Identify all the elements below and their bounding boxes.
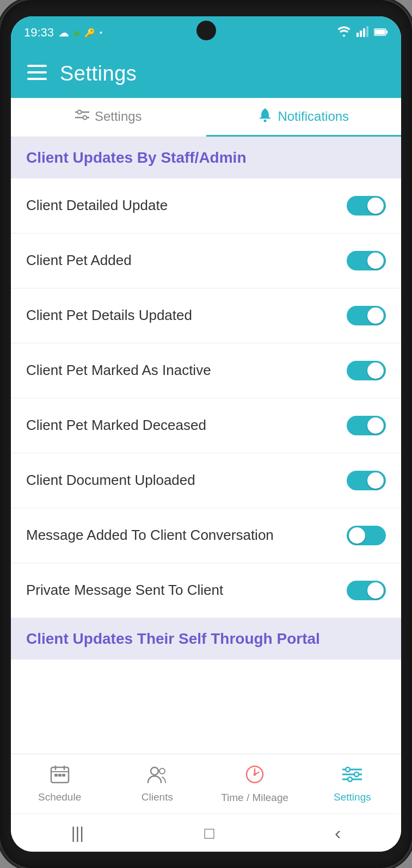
toggle-row-client-document-uploaded: Client Document Uploaded xyxy=(11,453,401,508)
section-title-portal: Client Updates Their Self Through Portal xyxy=(26,630,320,647)
status-right xyxy=(337,26,388,40)
camera-notch xyxy=(196,21,216,40)
svg-point-14 xyxy=(264,119,267,122)
svg-point-12 xyxy=(77,110,81,114)
svg-point-23 xyxy=(159,768,165,774)
svg-rect-1 xyxy=(360,30,362,37)
settings-nav-icon xyxy=(342,765,362,788)
svg-point-32 xyxy=(354,772,359,777)
phone-screen: 19:33 ☁ ◆ 🔑 • xyxy=(11,16,401,852)
toggle-label-client-detailed-update: Client Detailed Update xyxy=(26,196,347,215)
toggle-row-client-pet-marked-inactive: Client Pet Marked As Inactive xyxy=(11,343,401,398)
toggle-row-client-pet-marked-deceased: Client Pet Marked Deceased xyxy=(11,398,401,453)
phone-frame: 19:33 ☁ ◆ 🔑 • xyxy=(0,0,412,868)
toggle-client-pet-details-updated[interactable] xyxy=(347,306,386,325)
svg-point-13 xyxy=(83,115,87,119)
nav-item-settings[interactable]: Settings xyxy=(304,754,401,814)
time-mileage-icon xyxy=(245,765,265,789)
toggle-client-detailed-update[interactable] xyxy=(347,196,386,216)
nav-item-time-mileage[interactable]: Time / Mileage xyxy=(206,754,304,814)
svg-point-27 xyxy=(254,773,256,775)
bottom-nav: Schedule Clients xyxy=(11,754,401,814)
dot-icon: • xyxy=(100,28,102,37)
toggle-label-private-message-sent: Private Message Sent To Client xyxy=(26,581,347,600)
svg-rect-0 xyxy=(356,33,359,37)
settings-tab-label: Settings xyxy=(95,109,142,124)
time-mileage-label: Time / Mileage xyxy=(221,792,288,804)
status-time: 19:33 xyxy=(24,26,54,40)
svg-point-33 xyxy=(348,777,352,781)
schedule-label: Schedule xyxy=(38,791,81,803)
toggle-label-client-pet-added: Client Pet Added xyxy=(26,251,347,270)
notifications-tab-icon xyxy=(258,107,272,126)
hamburger-icon[interactable] xyxy=(27,65,47,83)
toggle-client-pet-marked-deceased[interactable] xyxy=(347,416,386,435)
toggle-row-client-pet-added: Client Pet Added xyxy=(11,233,401,288)
svg-rect-3 xyxy=(366,26,368,37)
toggle-label-client-pet-marked-deceased: Client Pet Marked Deceased xyxy=(26,416,347,435)
svg-rect-5 xyxy=(386,30,388,34)
notifications-tab-label: Notifications xyxy=(278,109,349,124)
signal-icon xyxy=(356,26,368,40)
diamond-icon: ◆ xyxy=(73,28,80,38)
toggle-client-pet-marked-inactive[interactable] xyxy=(347,361,386,380)
svg-rect-6 xyxy=(375,29,385,34)
toggle-row-message-added-client: Message Added To Client Conversation xyxy=(11,508,401,563)
settings-nav-label: Settings xyxy=(334,791,371,803)
key-icon: 🔑 xyxy=(84,28,95,38)
schedule-icon xyxy=(50,765,70,788)
recent-apps-button[interactable]: ||| xyxy=(71,824,84,842)
settings-tab-icon xyxy=(75,108,89,126)
status-left: 19:33 ☁ ◆ 🔑 • xyxy=(24,26,102,40)
toggle-row-client-pet-details-updated: Client Pet Details Updated xyxy=(11,288,401,343)
toggle-private-message-sent[interactable] xyxy=(347,581,386,600)
toggle-row-client-detailed-update: Client Detailed Update xyxy=(11,178,401,233)
content-area: Client Updates By Staff/Admin Client Det… xyxy=(11,137,401,754)
svg-rect-9 xyxy=(27,78,47,80)
back-button[interactable]: ‹ xyxy=(335,822,341,844)
svg-point-31 xyxy=(346,767,350,772)
nav-item-clients[interactable]: Clients xyxy=(108,754,206,814)
section-header-portal: Client Updates Their Self Through Portal xyxy=(11,618,401,660)
clients-icon xyxy=(147,765,168,788)
section-title-staff: Client Updates By Staff/Admin xyxy=(26,149,246,166)
toggle-label-client-document-uploaded: Client Document Uploaded xyxy=(26,471,347,490)
page-title: Settings xyxy=(60,62,137,85)
wifi-icon xyxy=(337,26,351,40)
svg-rect-2 xyxy=(363,28,365,37)
svg-rect-21 xyxy=(62,774,65,777)
home-button[interactable]: □ xyxy=(204,824,214,842)
svg-rect-19 xyxy=(54,774,58,777)
toggle-message-added-client[interactable] xyxy=(347,526,386,545)
tab-notifications[interactable]: Notifications xyxy=(206,98,402,137)
clients-label: Clients xyxy=(142,791,173,803)
toggle-label-client-pet-details-updated: Client Pet Details Updated xyxy=(26,306,347,325)
battery-icon xyxy=(374,27,388,39)
tab-settings[interactable]: Settings xyxy=(11,98,206,137)
nav-item-schedule[interactable]: Schedule xyxy=(11,754,108,814)
svg-rect-8 xyxy=(27,71,47,73)
app-header: Settings xyxy=(11,49,401,98)
toggle-label-message-added-client: Message Added To Client Conversation xyxy=(26,526,347,545)
toggle-client-pet-added[interactable] xyxy=(347,251,386,270)
svg-point-22 xyxy=(151,767,158,775)
toggle-client-document-uploaded[interactable] xyxy=(347,471,386,490)
toggle-row-private-message-sent: Private Message Sent To Client xyxy=(11,563,401,618)
svg-rect-7 xyxy=(27,65,47,67)
android-nav-bar: ||| □ ‹ xyxy=(11,814,401,852)
section-header-staff: Client Updates By Staff/Admin xyxy=(11,137,401,178)
svg-rect-20 xyxy=(58,774,62,777)
cloud-icon: ☁ xyxy=(58,26,69,39)
toggle-label-client-pet-marked-inactive: Client Pet Marked As Inactive xyxy=(26,361,347,380)
tabs-bar: Settings Notifications xyxy=(11,98,401,137)
